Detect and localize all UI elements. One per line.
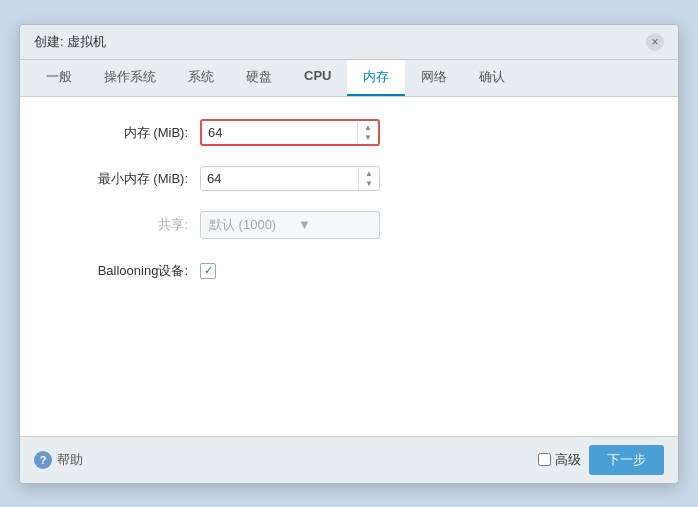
dialog-header: 创建: 虚拟机 ×	[20, 25, 678, 60]
tab-network[interactable]: 网络	[405, 60, 463, 96]
shares-chevron-icon: ▼	[290, 213, 379, 236]
min-memory-control: ▲ ▼	[200, 166, 380, 191]
tab-confirm[interactable]: 确认	[463, 60, 521, 96]
dialog-footer: ? 帮助 高级 下一步	[20, 436, 678, 483]
ballooning-checkbox-wrap	[200, 263, 216, 279]
min-memory-spin-down[interactable]: ▼	[363, 179, 375, 189]
memory-label: 内存 (MiB):	[50, 124, 200, 142]
shares-row: 共享: 默认 (1000) ▼	[50, 209, 648, 241]
tab-memory[interactable]: 内存	[347, 60, 405, 96]
min-memory-row: 最小内存 (MiB): ▲ ▼	[50, 163, 648, 195]
create-vm-dialog: 创建: 虚拟机 × 一般 操作系统 系统 硬盘 CPU 内存 网络 确认 内存 …	[19, 24, 679, 484]
memory-row: 内存 (MiB): ▲ ▼	[50, 117, 648, 149]
ballooning-control	[200, 263, 216, 279]
footer-left: ? 帮助	[34, 451, 83, 469]
ballooning-checkbox[interactable]	[200, 263, 216, 279]
memory-spin-up[interactable]: ▲	[362, 123, 374, 133]
tab-disk[interactable]: 硬盘	[230, 60, 288, 96]
memory-spinbox: ▲ ▼	[200, 119, 380, 146]
help-label: 帮助	[57, 451, 83, 469]
min-memory-spin-up[interactable]: ▲	[363, 169, 375, 179]
shares-select[interactable]: 默认 (1000) ▼	[200, 211, 380, 239]
dialog-title: 创建: 虚拟机	[34, 33, 106, 51]
tab-cpu[interactable]: CPU	[288, 60, 347, 96]
tab-general[interactable]: 一般	[30, 60, 88, 96]
ballooning-row: Ballooning设备:	[50, 255, 648, 287]
shares-value: 默认 (1000)	[201, 212, 290, 238]
advanced-checkbox[interactable]	[538, 453, 551, 466]
tab-bar: 一般 操作系统 系统 硬盘 CPU 内存 网络 确认	[20, 60, 678, 97]
memory-spin-down[interactable]: ▼	[362, 133, 374, 143]
shares-label: 共享:	[50, 216, 200, 234]
ballooning-label: Ballooning设备:	[50, 262, 200, 280]
dialog-body: 内存 (MiB): ▲ ▼ 最小内存 (MiB): ▲	[20, 97, 678, 436]
help-button[interactable]: ? 帮助	[34, 451, 83, 469]
footer-right: 高级 下一步	[538, 445, 664, 475]
min-memory-spinbox: ▲ ▼	[200, 166, 380, 191]
memory-control: ▲ ▼	[200, 119, 380, 146]
advanced-label: 高级	[555, 451, 581, 469]
memory-input[interactable]	[202, 121, 357, 144]
close-button[interactable]: ×	[646, 33, 664, 51]
min-memory-spin-arrows: ▲ ▼	[358, 168, 379, 190]
tab-os[interactable]: 操作系统	[88, 60, 172, 96]
min-memory-label: 最小内存 (MiB):	[50, 170, 200, 188]
shares-control: 默认 (1000) ▼	[200, 211, 380, 239]
memory-spin-arrows: ▲ ▼	[357, 122, 378, 144]
help-icon: ?	[34, 451, 52, 469]
next-button[interactable]: 下一步	[589, 445, 664, 475]
tab-system[interactable]: 系统	[172, 60, 230, 96]
min-memory-input[interactable]	[201, 167, 358, 190]
advanced-wrap: 高级	[538, 451, 581, 469]
